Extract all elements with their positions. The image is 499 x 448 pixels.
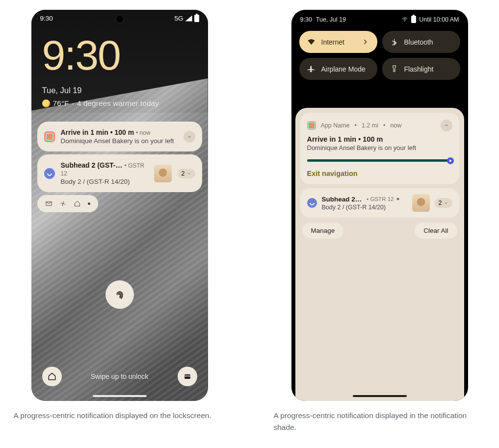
overflow-dot-icon	[88, 202, 90, 205]
weather-temp: 76°F	[53, 99, 69, 108]
notif2-sub: Body 2 / (GST-R 14/20)	[61, 178, 148, 185]
signal-icon	[185, 16, 192, 22]
shade-actions-row: Manage Clear All	[300, 218, 459, 239]
home-icon	[74, 200, 81, 207]
weather-icon	[42, 100, 50, 107]
notif1-title: Arrive in 1 min • 100 m	[61, 128, 134, 136]
caption-shade: A progress-centric notification displaye…	[272, 410, 488, 433]
shade2-count: 2	[439, 199, 442, 206]
qs-bluetooth-label: Bluetooth	[404, 38, 433, 46]
wifi-icon	[401, 16, 408, 23]
group-app-icon	[44, 168, 55, 179]
nav-handle[interactable]	[93, 395, 147, 397]
lockscreen-date: Tue, Jul 19	[31, 76, 208, 97]
gmail-icon	[45, 200, 53, 207]
status-network-label: 5G	[174, 15, 183, 22]
nav-handle[interactable]	[353, 395, 407, 397]
nav-app-icon	[307, 121, 316, 130]
notification-group[interactable]: Subhead 2 (GST-… • GSTR 12 Body 2 / (GST…	[37, 154, 202, 192]
progress-bar[interactable]	[307, 159, 452, 162]
shade-app-name: App Name	[321, 122, 350, 129]
fan-icon	[59, 200, 67, 207]
battery-icon	[411, 16, 416, 23]
notif-thumbnail[interactable]	[154, 165, 172, 182]
chevron-down-icon	[186, 134, 192, 140]
smart-home-button[interactable]	[42, 367, 62, 386]
weather-sep: ·	[72, 99, 74, 108]
svg-point-4	[394, 70, 394, 70]
qs-internet[interactable]: Internet	[299, 31, 377, 53]
flashlight-icon	[390, 65, 398, 73]
svg-point-3	[405, 21, 405, 21]
fingerprint-icon	[113, 288, 127, 301]
notification-shade-body: App Name • 1.2 mi • now Arrive in 1 min …	[295, 108, 464, 401]
shade2-count-pill[interactable]: 2	[435, 198, 452, 208]
chevron-right-icon	[361, 38, 369, 46]
qs-internet-label: Internet	[321, 38, 344, 46]
shade2-thumbnail[interactable]	[412, 194, 430, 212]
camera-hole	[115, 15, 124, 24]
qs-airplane[interactable]: Airplane Mode	[299, 58, 377, 80]
weather-detail: 4 degrees warmer today	[77, 99, 159, 108]
weather-row[interactable]: 76°F · 4 degrees warmer today	[31, 97, 208, 108]
lockscreen-phone: 9:30 5G 9:30 Tue, Jul 19 76°F · 4 degree…	[31, 10, 208, 401]
manage-button[interactable]: Manage	[302, 223, 344, 239]
wallet-icon	[183, 372, 192, 381]
battery-icon	[194, 15, 199, 22]
shade-card-title: Arrive in 1 min • 100 m	[307, 135, 452, 143]
qs-flashlight-label: Flashlight	[404, 65, 434, 73]
quick-settings-grid: Internet Bluetooth Airplane Mode Flashli…	[291, 25, 468, 87]
bluetooth-icon	[390, 38, 398, 46]
shade-status-date: Tue, Jul 19	[316, 16, 346, 23]
lockscreen-clock: 9:30	[31, 25, 208, 76]
svg-rect-1	[184, 374, 190, 379]
notification-navigation[interactable]: Arrive in 1 min • 100 m • now Dominique …	[37, 122, 202, 151]
shade2-sub: Body 2 / (GST-R 14/20)	[322, 204, 407, 211]
wifi-fill-icon	[307, 38, 315, 46]
svg-point-5	[397, 198, 399, 200]
shade-time: now	[390, 122, 401, 129]
shade2-title: Subhead 2…	[322, 196, 362, 203]
shade-status-bar: 9:30 Tue, Jul 19 Until 10:00 AM	[291, 10, 468, 25]
shade-card-sub: Dominique Ansel Bakery is on your left	[307, 144, 452, 151]
clear-all-button[interactable]: Clear All	[415, 223, 457, 239]
qs-bluetooth[interactable]: Bluetooth	[382, 31, 460, 53]
shade2-meta: • GSTR 12	[367, 196, 394, 202]
notif1-meta: • now	[136, 129, 151, 136]
notif-count-pill[interactable]: 2	[178, 169, 195, 178]
shade-phone: 9:30 Tue, Jul 19 Until 10:00 AM Internet	[291, 10, 468, 401]
swipe-hint: Swipe up to unlock	[91, 373, 149, 380]
chevron-down-icon	[444, 200, 448, 205]
wallet-button[interactable]	[178, 367, 197, 386]
qs-flashlight[interactable]: Flashlight	[382, 58, 460, 80]
overflow-icons-pill[interactable]	[37, 195, 98, 212]
qs-airplane-label: Airplane Mode	[321, 65, 366, 73]
shade-notification-group[interactable]: Subhead 2… • GSTR 12 Body 2 / (GST-R 14/…	[300, 188, 459, 218]
chevron-down-icon	[186, 171, 191, 176]
airplane-icon	[307, 65, 315, 73]
shade-status-time: 9:30	[300, 16, 312, 23]
shade-distance: 1.2 mi	[362, 122, 378, 129]
notif1-sub: Dominique Ansel Bakery is on your left	[61, 137, 178, 145]
progress-indicator-icon	[447, 157, 454, 164]
collapse-toggle[interactable]	[441, 120, 452, 131]
chevron-up-icon	[444, 123, 449, 128]
group-app-icon	[307, 198, 317, 208]
status-time: 9:30	[40, 15, 53, 22]
nav-app-icon	[44, 131, 55, 142]
expand-toggle[interactable]	[184, 131, 195, 143]
lens-icon	[395, 197, 400, 201]
caption-lockscreen: A progress-centric notification displaye…	[12, 410, 228, 422]
status-bar: 9:30 5G	[31, 10, 208, 25]
svg-rect-2	[184, 375, 190, 376]
home-outline-icon	[47, 372, 57, 381]
notif2-title: Subhead 2 (GST-…	[61, 161, 123, 169]
notif2-count: 2	[182, 170, 185, 177]
shade-notification-navigation[interactable]: App Name • 1.2 mi • now Arrive in 1 min …	[300, 113, 459, 184]
fingerprint-button[interactable]	[105, 280, 134, 309]
notification-stack: Arrive in 1 min • 100 m • now Dominique …	[31, 108, 208, 192]
lockscreen-bottom-row: Swipe up to unlock	[31, 367, 208, 386]
dnd-until: Until 10:00 AM	[419, 16, 459, 23]
exit-navigation-button[interactable]: Exit navigation	[307, 170, 452, 177]
